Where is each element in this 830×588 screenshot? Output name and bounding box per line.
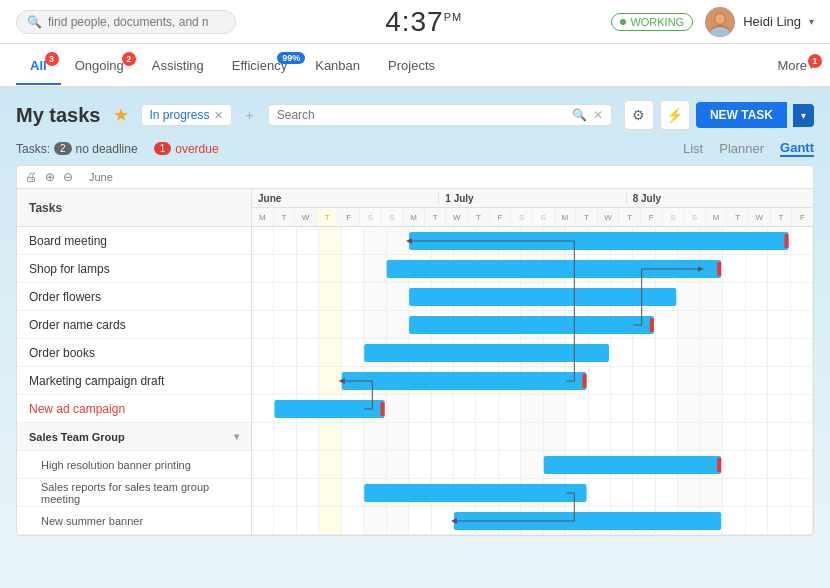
task-row-sub[interactable]: High resolution banner printing bbox=[17, 451, 251, 479]
day-col: M bbox=[555, 208, 577, 226]
gantt-cell bbox=[746, 451, 768, 478]
tab-all[interactable]: All 3 bbox=[16, 48, 61, 85]
print-icon[interactable]: 🖨 bbox=[25, 170, 37, 184]
day-col: M bbox=[706, 208, 728, 226]
gantt-cell bbox=[656, 395, 678, 422]
new-task-button[interactable]: NEW TASK bbox=[696, 102, 787, 128]
day-col: S bbox=[360, 208, 382, 226]
gantt-cell bbox=[364, 451, 386, 478]
zoom-in-icon[interactable]: ⊕ bbox=[45, 170, 55, 184]
gantt-cell bbox=[454, 283, 476, 310]
favorite-icon[interactable]: ★ bbox=[113, 104, 129, 126]
gantt-cell bbox=[678, 311, 700, 338]
gantt-cell bbox=[791, 255, 813, 282]
gantt-cell bbox=[387, 451, 409, 478]
task-row-sub[interactable]: New summer banner bbox=[17, 507, 251, 535]
gantt-row bbox=[252, 479, 813, 507]
gantt-cell bbox=[454, 479, 476, 506]
day-col: F bbox=[338, 208, 360, 226]
gantt-cell bbox=[409, 423, 431, 450]
gantt-cell bbox=[791, 311, 813, 338]
group-collapse-icon[interactable]: ▾ bbox=[234, 431, 239, 442]
lightning-button[interactable]: ⚡ bbox=[660, 100, 690, 130]
task-row-red[interactable]: New ad campaign bbox=[17, 395, 251, 423]
day-col: W bbox=[598, 208, 620, 226]
gantt-cell bbox=[746, 367, 768, 394]
gantt-cell bbox=[611, 311, 633, 338]
search-bar[interactable]: 🔍 bbox=[16, 10, 236, 34]
gantt-row bbox=[252, 311, 813, 339]
gantt-cell bbox=[544, 451, 566, 478]
gantt-cell bbox=[432, 507, 454, 534]
new-task-dropdown-button[interactable]: ▾ bbox=[793, 104, 814, 127]
task-search-input[interactable] bbox=[277, 108, 566, 122]
inline-search[interactable]: 🔍 ✕ bbox=[268, 104, 612, 126]
filter-tag[interactable]: In progress ✕ bbox=[141, 104, 232, 126]
gantt-cell bbox=[791, 507, 813, 534]
tab-kanban[interactable]: Kanban bbox=[301, 48, 374, 85]
gantt-cell bbox=[566, 227, 588, 254]
task-group-row[interactable]: Sales Team Group ▾ bbox=[17, 423, 251, 451]
month-june: June bbox=[252, 193, 439, 204]
gantt-cell bbox=[701, 367, 723, 394]
gantt-cell bbox=[589, 283, 611, 310]
tab-projects[interactable]: Projects bbox=[374, 48, 449, 85]
gantt-cell bbox=[633, 367, 655, 394]
task-row[interactable]: Marketing campaign draft bbox=[17, 367, 251, 395]
tab-efficiency[interactable]: Efficiency 99% bbox=[218, 48, 301, 85]
gantt-cell bbox=[252, 255, 274, 282]
gantt-cell bbox=[297, 339, 319, 366]
gantt-cell bbox=[387, 311, 409, 338]
more-menu[interactable]: More ▾ 1 bbox=[777, 58, 814, 73]
gantt-cell bbox=[791, 395, 813, 422]
gantt-cell bbox=[476, 339, 498, 366]
gantt-cell bbox=[409, 367, 431, 394]
gantt-cell bbox=[566, 367, 588, 394]
task-row-sub[interactable]: Sales reports for sales team group meeti… bbox=[17, 479, 251, 507]
gantt-cell bbox=[454, 451, 476, 478]
tab-assisting[interactable]: Assisting bbox=[138, 48, 218, 85]
gantt-cell bbox=[432, 395, 454, 422]
gantt-cell bbox=[319, 255, 341, 282]
gantt-cell bbox=[521, 227, 543, 254]
task-row[interactable]: Order books bbox=[17, 339, 251, 367]
task-row[interactable]: Order name cards bbox=[17, 311, 251, 339]
gantt-cell bbox=[768, 451, 790, 478]
gantt-cell bbox=[544, 311, 566, 338]
day-col: T bbox=[468, 208, 490, 226]
task-row[interactable]: Board meeting bbox=[17, 227, 251, 255]
gantt-cell bbox=[566, 311, 588, 338]
search-input[interactable] bbox=[48, 15, 208, 29]
settings-button[interactable]: ⚙ bbox=[624, 100, 654, 130]
tab-ongoing[interactable]: Ongoing 2 bbox=[61, 48, 138, 85]
gantt-cell bbox=[454, 227, 476, 254]
task-row[interactable]: Shop for lamps bbox=[17, 255, 251, 283]
day-col: T bbox=[727, 208, 749, 226]
gantt-cell bbox=[723, 367, 745, 394]
gantt-cell bbox=[701, 507, 723, 534]
gantt-cell bbox=[611, 395, 633, 422]
gantt-cell bbox=[701, 227, 723, 254]
gantt-cell bbox=[611, 507, 633, 534]
gantt-cell bbox=[746, 255, 768, 282]
gantt-cell bbox=[274, 283, 296, 310]
gantt-cell bbox=[252, 395, 274, 422]
gantt-cell bbox=[274, 507, 296, 534]
inline-search-clear-icon[interactable]: ✕ bbox=[593, 108, 603, 122]
view-list[interactable]: List bbox=[683, 140, 703, 157]
view-planner[interactable]: Planner bbox=[719, 140, 764, 157]
user-info[interactable]: Heidi Ling ▾ bbox=[705, 7, 814, 37]
task-row[interactable]: Order flowers bbox=[17, 283, 251, 311]
gantt-chart-area: June 1 July 8 July M T W T F S S M T W bbox=[252, 189, 813, 535]
gantt-cell bbox=[544, 339, 566, 366]
zoom-out-icon[interactable]: ⊖ bbox=[63, 170, 73, 184]
gantt-cell bbox=[768, 227, 790, 254]
view-options: List Planner Gantt bbox=[683, 140, 814, 157]
view-gantt[interactable]: Gantt bbox=[780, 140, 814, 157]
gantt-row bbox=[252, 227, 813, 255]
gantt-cell bbox=[499, 479, 521, 506]
gantt-cell bbox=[589, 451, 611, 478]
filter-close-icon[interactable]: ✕ bbox=[214, 109, 223, 122]
gantt-cell bbox=[432, 283, 454, 310]
gantt-cell bbox=[544, 255, 566, 282]
